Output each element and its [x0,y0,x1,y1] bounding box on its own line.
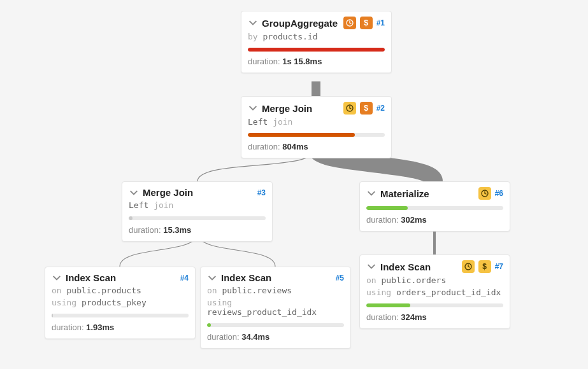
node-number[interactable]: #6 [495,189,503,198]
duration-bar [207,323,344,327]
node-header: GroupAggregate $ #1 [248,17,385,29]
node-title: Merge Join [262,103,312,114]
node-detail: Left join [129,200,266,210]
node-header: Index Scan #4 [52,272,189,283]
chevron-down-icon[interactable] [207,273,217,283]
duration-text: duration: 302ms [366,215,503,225]
node-title: Index Scan [66,272,116,283]
plan-node-4[interactable]: Index Scan #4 on public.products using p… [45,267,196,339]
clock-icon [462,260,475,273]
node-number[interactable]: #4 [180,274,189,282]
node-detail: by products.id [248,32,385,41]
node-number[interactable]: #1 [376,18,385,27]
clock-icon [343,17,356,29]
duration-bar [366,206,503,210]
duration-bar [248,48,385,52]
node-detail-using: using reviews_product_id_idx [207,298,344,317]
node-detail-on: on public.reviews [207,286,344,295]
chevron-down-icon[interactable] [366,188,376,198]
cost-icon: $ [360,17,373,29]
duration-bar [129,216,266,220]
plan-node-5[interactable]: Index Scan #5 on public.reviews using re… [200,267,351,349]
chevron-down-icon[interactable] [52,273,62,283]
duration-text: duration: 804ms [248,142,385,151]
chevron-down-icon[interactable] [248,18,258,28]
node-title: Index Scan [380,261,431,272]
duration-text: duration: 1s 15.8ms [248,57,385,66]
node-header: Materialize #6 [366,187,503,200]
node-detail-using: using products_pkey [52,298,189,307]
plan-node-7[interactable]: Index Scan $ #7 on public.orders using o… [359,254,510,329]
node-detail-on: on public.products [52,286,189,295]
duration-bar [52,314,189,317]
duration-text: duration: 324ms [366,312,503,322]
duration-bar [248,133,385,137]
clock-icon [343,102,356,115]
node-header: Merge Join $ #2 [248,102,385,115]
node-number[interactable]: #3 [257,188,266,197]
duration-text: duration: 1.93ms [52,323,189,332]
duration-text: duration: 15.3ms [129,225,266,235]
chevron-down-icon[interactable] [366,261,376,272]
clock-icon [478,187,491,200]
chevron-down-icon[interactable] [248,103,258,113]
query-plan-diagram: GroupAggregate $ #1 by products.id durat… [0,0,588,369]
chevron-down-icon[interactable] [129,188,139,198]
duration-text: duration: 34.4ms [207,332,344,342]
node-detail-on: on public.orders [366,275,503,285]
node-detail: Left join [248,117,385,127]
node-title: Merge Join [143,187,193,198]
node-detail-using: using orders_product_id_idx [366,288,503,297]
plan-node-3[interactable]: Merge Join #3 Left join duration: 15.3ms [122,181,273,242]
plan-node-6[interactable]: Materialize #6 duration: 302ms [359,181,510,232]
node-title: Materialize [380,188,429,199]
cost-icon: $ [360,102,373,115]
node-title: Index Scan [221,272,271,283]
node-number[interactable]: #2 [376,104,385,113]
cost-icon: $ [478,260,491,273]
node-number[interactable]: #5 [336,274,344,282]
plan-node-1[interactable]: GroupAggregate $ #1 by products.id durat… [241,11,392,73]
duration-bar [366,303,503,307]
node-header: Index Scan #5 [207,272,344,283]
node-number[interactable]: #7 [495,262,503,271]
node-title: GroupAggregate [262,18,338,29]
plan-node-2[interactable]: Merge Join $ #2 Left join duration: 804m… [241,96,392,158]
node-header: Index Scan $ #7 [366,260,503,273]
node-header: Merge Join #3 [129,187,266,198]
